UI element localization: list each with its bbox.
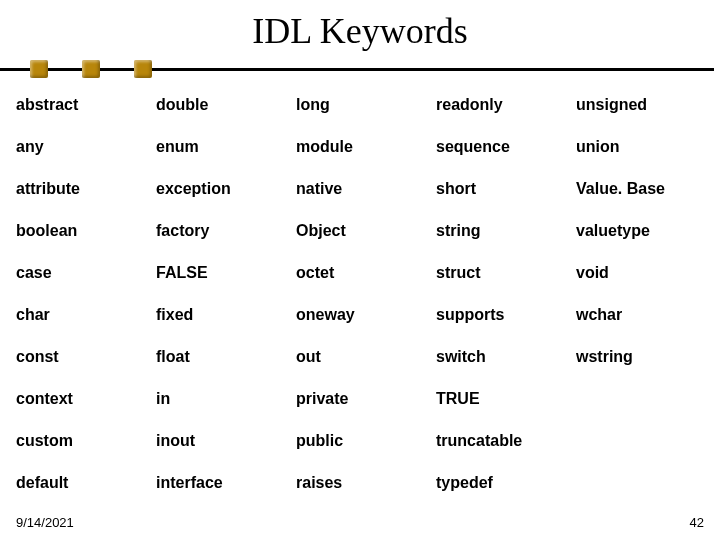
keyword-cell: void <box>570 252 710 294</box>
keyword-cell: default <box>10 462 150 504</box>
slide: IDL Keywords abstractdoublelongreadonlyu… <box>0 0 720 540</box>
keyword-cell: long <box>290 84 430 126</box>
keyword-cell: readonly <box>430 84 570 126</box>
dot-icon <box>30 60 48 78</box>
divider <box>0 60 720 78</box>
keyword-cell: Object <box>290 210 430 252</box>
table-row: custominoutpublictruncatable <box>10 420 710 462</box>
keyword-cell: FALSE <box>150 252 290 294</box>
keyword-cell: context <box>10 378 150 420</box>
keyword-cell: enum <box>150 126 290 168</box>
keyword-cell[interactable]: in <box>150 378 290 420</box>
keyword-cell: fixed <box>150 294 290 336</box>
keyword-cell: TRUE <box>430 378 570 420</box>
keyword-cell: wchar <box>570 294 710 336</box>
table-row: caseFALSEoctetstructvoid <box>10 252 710 294</box>
keyword-cell: supports <box>430 294 570 336</box>
keyword-cell: sequence <box>430 126 570 168</box>
keyword-cell: factory <box>150 210 290 252</box>
keyword-cell: short <box>430 168 570 210</box>
keyword-cell: double <box>150 84 290 126</box>
keyword-cell: Value. Base <box>570 168 710 210</box>
keyword-cell: wstring <box>570 336 710 378</box>
keyword-cell: private <box>290 378 430 420</box>
keyword-cell: union <box>570 126 710 168</box>
dot-icon <box>82 60 100 78</box>
keyword-cell <box>570 462 710 504</box>
keyword-cell: switch <box>430 336 570 378</box>
keyword-cell: raises <box>290 462 430 504</box>
footer: 9/14/2021 42 <box>16 515 704 530</box>
table-row: contextinprivateTRUE <box>10 378 710 420</box>
keyword-cell: out <box>290 336 430 378</box>
keyword-cell: float <box>150 336 290 378</box>
keyword-cell: const <box>10 336 150 378</box>
keywords-table: abstractdoublelongreadonlyunsignedanyenu… <box>10 84 710 504</box>
keyword-cell: exception <box>150 168 290 210</box>
table-row: anyenummodulesequenceunion <box>10 126 710 168</box>
keyword-cell: any <box>10 126 150 168</box>
keyword-cell: custom <box>10 420 150 462</box>
table-row: booleanfactoryObjectstringvaluetype <box>10 210 710 252</box>
table-row: defaultinterfaceraisestypedef <box>10 462 710 504</box>
page-title: IDL Keywords <box>0 0 720 60</box>
keyword-cell[interactable]: string <box>430 210 570 252</box>
keyword-cell[interactable]: interface <box>150 462 290 504</box>
keyword-cell: octet <box>290 252 430 294</box>
keyword-cell: case <box>10 252 150 294</box>
keyword-cell[interactable]: oneway <box>290 294 430 336</box>
table-row: abstractdoublelongreadonlyunsigned <box>10 84 710 126</box>
keyword-cell: native <box>290 168 430 210</box>
divider-dots <box>30 60 152 78</box>
dot-icon <box>134 60 152 78</box>
keyword-cell <box>570 378 710 420</box>
keyword-cell: abstract <box>10 84 150 126</box>
keyword-cell: public <box>290 420 430 462</box>
keyword-cell: truncatable <box>430 420 570 462</box>
table-row: charfixedonewaysupportswchar <box>10 294 710 336</box>
keyword-cell[interactable]: module <box>290 126 430 168</box>
keyword-cell: valuetype <box>570 210 710 252</box>
table-row: attributeexceptionnativeshortValue. Base <box>10 168 710 210</box>
keyword-cell[interactable]: inout <box>150 420 290 462</box>
keyword-cell: char <box>10 294 150 336</box>
keyword-cell[interactable]: struct <box>430 252 570 294</box>
keyword-cell: attribute <box>10 168 150 210</box>
footer-page: 42 <box>690 515 704 530</box>
keyword-cell: typedef <box>430 462 570 504</box>
keyword-cell: boolean <box>10 210 150 252</box>
footer-date: 9/14/2021 <box>16 515 74 530</box>
keyword-cell <box>570 420 710 462</box>
table-row: constfloatoutswitchwstring <box>10 336 710 378</box>
keyword-cell: unsigned <box>570 84 710 126</box>
